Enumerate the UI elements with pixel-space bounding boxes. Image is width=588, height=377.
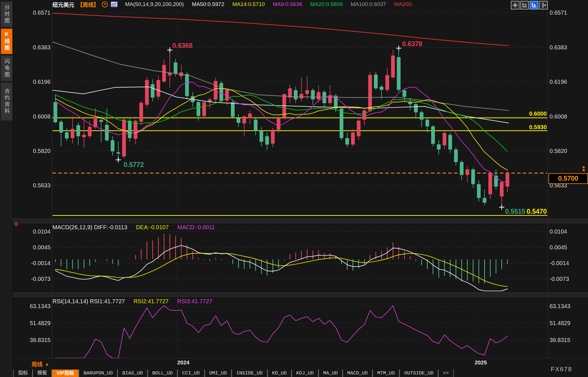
sidebar-item-4[interactable]: 合约资料 <box>1 83 12 121</box>
indicator-tab-KDJ_UD[interactable]: KDJ_UD <box>292 370 318 377</box>
mini-chart-icon <box>111 1 118 7</box>
ma-legend: MA(50,14,9,20,100,200)MA50:0.5972MA14:0.… <box>125 1 413 7</box>
rsi-header: RSI(14,14,14) RSI1:41.7727RSI2:41.7727RS… <box>52 298 212 305</box>
macd-tick-left: 0.0104 <box>14 228 50 235</box>
watermark: FX678 <box>551 366 572 373</box>
macd-header: MACD(26,12,9) DIFF:-0.0113DEA:-0.0107MAC… <box>52 224 215 231</box>
macd-tick-right: -0.0014 <box>550 260 587 266</box>
price-tick-left: 0.6196 <box>14 79 50 85</box>
ma-legend-item-2: MA14:0.5710 <box>232 1 265 7</box>
chart-header: 纽元美元 【周线】 + MA(50,14,9,20,100,200)MA50:0… <box>52 1 413 8</box>
rsi-tick-left: 39.8315 <box>14 337 50 343</box>
period-arrow-icon: ▲ <box>45 362 49 366</box>
annotation-high-0.6368: 0.6368 <box>172 42 192 50</box>
indicator-tab-模板[interactable]: 模板 <box>33 370 51 377</box>
ma-legend-item-4: MA20:0.5809 <box>310 1 342 7</box>
price-tick-right: 0.6383 <box>550 44 587 50</box>
ma-legend-item-3: MA9:0.5636 <box>273 1 302 7</box>
price-tick-right: 0.6196 <box>550 79 587 85</box>
sidebar-item-1[interactable]: 分时图 <box>1 2 12 27</box>
macd-header-segment-2: MACD:-0.0011 <box>177 224 215 231</box>
indicator-tab-MA_UD[interactable]: MA_UD <box>319 370 342 377</box>
panel-separator[interactable] <box>13 219 588 223</box>
ma-legend-item-5: MA100:0.6037 <box>351 1 386 7</box>
symbol-group: 纽元美元 【周线】 + <box>52 1 118 8</box>
ma-legend-item-1: MA50:0.5972 <box>192 1 224 7</box>
macd-tick-right: -0.0073 <box>550 276 587 282</box>
price-line-button[interactable] <box>539 1 548 9</box>
indicator-tab-指标[interactable]: 指标 <box>14 370 32 377</box>
price-tick-left: 0.6571 <box>14 9 50 16</box>
level-label-0.5930: 0.5930 <box>512 124 547 130</box>
price-tick-right: 0.6008 <box>550 113 587 120</box>
chart-canvas[interactable] <box>0 0 588 377</box>
ma-legend-item-6: MA200: <box>394 1 413 7</box>
price-tick-left: 0.6383 <box>14 44 50 50</box>
indicator-tab-KD_UD[interactable]: KD_UD <box>268 370 291 377</box>
rsi-tick-left: 63.1343 <box>14 303 50 309</box>
annotation-low-0.5772: 0.5772 <box>124 161 144 169</box>
alert-starburst-icon[interactable]: ✳ <box>13 220 19 228</box>
rsi-tick-right: 51.4829 <box>550 320 587 326</box>
crosshair-tool-button[interactable] <box>511 1 519 9</box>
indicator-tab-MTM_UD[interactable]: MTM_UD <box>373 370 399 377</box>
app-root: 分时图K线图闪电图合约资料 纽元美元 【周线】 + MA(50,14,9,20,… <box>0 0 588 377</box>
annotation-low-0.5515: 0.5515 <box>505 208 525 215</box>
time-axis: 周线 ▲ 2024 2025 <box>13 358 588 370</box>
add-indicator-icon[interactable]: + <box>102 1 108 7</box>
sidebar-item-3[interactable]: 闪电图 <box>1 56 12 81</box>
indicator-tab-BIAS_UD[interactable]: BIAS_UD <box>118 370 147 377</box>
macd-tick-left: -0.0073 <box>14 276 50 282</box>
macd-tick-left: 0.0045 <box>14 244 50 250</box>
price-tick-left: 0.5820 <box>14 148 50 154</box>
last-price-tag: 0.5700 <box>548 173 588 184</box>
rsi-header-segment-0: RSI(14,14,14) RSI1:41.7727 <box>52 298 125 305</box>
indicator-tab-BARUPDN_UD[interactable]: BARUPDN_UD <box>79 370 117 377</box>
axis-scale-button[interactable] <box>520 1 529 9</box>
price-tick-right: 0.6571 <box>550 9 587 16</box>
symbol-title: 纽元美元 <box>52 1 74 8</box>
indicator-tab-OUTSIDE_UD[interactable]: OUTSIDE_UD <box>400 370 438 377</box>
indicator-tab-DMI_UD[interactable]: DMI_UD <box>205 370 231 377</box>
rsi-tick-right: 63.1343 <box>550 303 587 309</box>
macd-header-segment-1: DEA:-0.0107 <box>136 224 169 231</box>
price-tick-left: 0.5633 <box>14 182 50 188</box>
level-label-0.5470: 0.5470 <box>527 208 547 215</box>
indicator-tab-CCI_UD[interactable]: CCI_UD <box>178 370 204 377</box>
macd-tick-right: 0.0045 <box>550 244 587 250</box>
macd-tick-right: 0.0104 <box>550 228 587 235</box>
level-label-0.6000: 0.6000 <box>512 110 547 117</box>
year-label-2024: 2024 <box>177 359 189 366</box>
rsi-tick-right: 39.8315 <box>550 337 587 343</box>
macd-tick-left: -0.0014 <box>14 260 50 266</box>
indicator-tab-BOLL_UD[interactable]: BOLL_UD <box>148 370 177 377</box>
rsi-header-segment-1: RSI2:41.7727 <box>133 298 168 305</box>
auto-scale-button[interactable] <box>530 1 538 9</box>
price-tick-right: 0.5820 <box>550 148 587 154</box>
indicator-tab-VIP指标[interactable]: VIP指标 <box>52 370 78 377</box>
indicator-tab-MACD_UD[interactable]: MACD_UD <box>343 370 372 377</box>
rsi-tick-left: 51.4829 <box>14 320 50 326</box>
period-label: 周线 <box>32 360 42 368</box>
price-tick-left: 0.6008 <box>14 113 50 120</box>
macd-header-segment-0: MACD(26,12,9) DIFF:-0.0113 <box>52 224 127 231</box>
indicator-tab-bar: 指标模板VIP指标BARUPDN_UDBIAS_UDBOLL_UDCCI_UDD… <box>13 370 454 377</box>
period-tag: 【周线】 <box>77 1 99 8</box>
panel-separator[interactable] <box>13 292 588 297</box>
price-alert-caret-icon[interactable]: ▲ ▲ <box>581 165 587 171</box>
year-label-2025: 2025 <box>475 359 487 366</box>
sidebar-item-2[interactable]: K线图 <box>1 29 12 54</box>
rsi-header-segment-2: RSI3:41.7727 <box>177 298 212 305</box>
annotation-high-0.6378: 0.6378 <box>402 40 422 48</box>
indicator-tab-INSIDE_UD[interactable]: INSIDE_UD <box>232 370 267 377</box>
ma-legend-item-0: MA(50,14,9,20,100,200) <box>125 1 184 7</box>
indicator-tab-more[interactable]: >> <box>439 370 453 377</box>
period-selector[interactable]: 周线 ▲ <box>32 360 49 368</box>
chart-type-sidebar: 分时图K线图闪电图合约资料 <box>0 0 13 377</box>
caret-up-icon: ▲ <box>582 167 586 172</box>
